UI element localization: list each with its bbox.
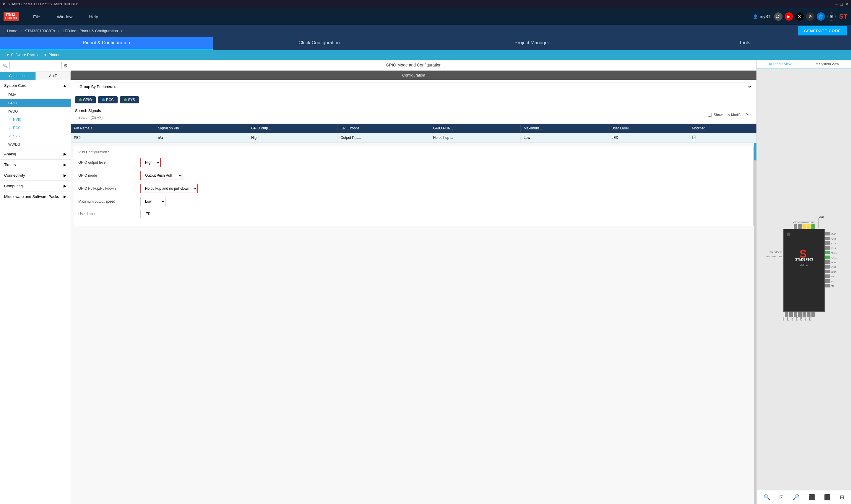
menu-file[interactable]: File	[25, 8, 49, 25]
zoom-in-icon[interactable]: 🔍	[762, 493, 771, 502]
tab-az[interactable]: A->Z	[35, 72, 71, 80]
check-icon-sys: ✓	[8, 134, 11, 138]
gear-icon[interactable]: ⚙	[64, 63, 68, 69]
minimize-button[interactable]: ─	[835, 2, 838, 6]
chip-toolbar: 🔍 ⊡ 🔎 ⬛ ⬛ ⊟	[757, 490, 851, 504]
filter-rcc-label: RCC	[106, 98, 114, 102]
tab-project-manager[interactable]: Project Manager	[426, 37, 638, 50]
my-st-button[interactable]: 👤 myST	[753, 14, 771, 19]
chevron-down-icon: ▼	[6, 53, 10, 57]
generate-code-button[interactable]: GENERATE CODE	[798, 26, 847, 35]
breadcrumb-mcu[interactable]: STM32F103C8Tx	[22, 29, 58, 33]
breadcrumb-home[interactable]: Home	[4, 29, 20, 33]
config-select-wrapper-4: Low Medium High	[140, 197, 749, 206]
tab-pinout-view[interactable]: ⊞ Pinout view	[757, 60, 804, 69]
filter-sys-label: SYS	[128, 98, 135, 102]
chevron-down-icon-2: ▼	[43, 53, 47, 57]
config-label-max-speed: Maximum output speed	[78, 199, 138, 203]
section-analog-header[interactable]: Analog ▶	[0, 149, 71, 159]
tab-clock-config[interactable]: Clock Configuration	[213, 37, 426, 50]
filter-tab-sys[interactable]: SYS	[120, 96, 139, 103]
rcc-dot	[102, 98, 105, 101]
section-middleware-header[interactable]: Middleware and Software Packs ▶	[0, 192, 71, 202]
scrollbar-thumb[interactable]	[754, 143, 757, 160]
chip-logo-text: S	[800, 248, 807, 260]
config-row-user-label: User Label	[78, 210, 749, 218]
pin-vdda	[825, 270, 830, 273]
label-vssa: VSSA	[831, 266, 836, 268]
th-user-label: User Label	[609, 124, 689, 133]
section-system-core-header[interactable]: System Core ▲	[0, 80, 71, 91]
group-by-select[interactable]: Group By Peripherals	[75, 82, 752, 91]
th-signal: Signal on Pin	[155, 124, 248, 133]
menu-help[interactable]: Help	[81, 8, 107, 25]
filter-tab-rcc[interactable]: RCC	[98, 96, 117, 103]
sidebar-item-sys[interactable]: ✓ SYS	[0, 132, 71, 140]
social-github-icon[interactable]: ⊛	[806, 13, 814, 21]
fit-icon[interactable]: ⊡	[778, 493, 785, 502]
tab-tools[interactable]: Tools	[638, 37, 851, 50]
show-modified-checkbox[interactable]: Show only Modified Pins	[708, 113, 752, 117]
breadcrumb-config[interactable]: LED.ioc - Pinout & Configuration	[60, 29, 121, 33]
pin-pd0	[825, 251, 830, 254]
title-bar-controls[interactable]: ─ □ ✕	[835, 2, 849, 6]
section-computing-header[interactable]: Computing ▶	[0, 181, 71, 191]
pin-pb1	[811, 312, 815, 317]
breadcrumb: Home › STM32F103C8Tx › LED.ioc - Pinout …	[4, 28, 122, 33]
scrollbar[interactable]	[754, 143, 757, 504]
config-row-output-level: GPIO output level High Low	[78, 158, 749, 167]
social-stm-icon[interactable]: 10°	[774, 13, 782, 21]
chevron-right-icon-timers: ▶	[64, 162, 67, 167]
social-x-icon[interactable]: ✕	[795, 13, 804, 21]
app-logo: STM32 CubeMX	[3, 12, 19, 21]
gpio-pullup-select[interactable]: No pull-up and no pull-down Pull-up Pull…	[140, 184, 198, 193]
modified-checkbox[interactable]	[708, 113, 712, 117]
social-youtube-icon[interactable]: ▶	[785, 13, 793, 21]
user-label-input[interactable]	[140, 210, 749, 218]
section-connectivity-header[interactable]: Connectivity ▶	[0, 170, 71, 180]
sub-tab-software-packs[interactable]: ▼ Software Packs	[6, 53, 38, 57]
panel-icon[interactable]: ⊟	[838, 493, 845, 502]
tab-system-view[interactable]: ≡ System view	[804, 60, 851, 69]
section-middleware: Middleware and Software Packs ▶	[0, 192, 71, 202]
search-input[interactable]	[10, 62, 62, 69]
menu-right: 👤 myST 10° ▶ ✕ ⊛ 🌐 ✳ ST	[753, 13, 848, 21]
right-panel: ⊞ Pinout view ≡ System view LED	[757, 60, 851, 504]
sidebar-item-dma[interactable]: DMA	[0, 91, 71, 99]
section-timers-header[interactable]: Timers ▶	[0, 160, 71, 170]
signal-search-input[interactable]	[75, 114, 122, 121]
pin-vbat	[825, 232, 830, 235]
export-icon[interactable]: ⬛	[807, 493, 816, 502]
close-button[interactable]: ✕	[845, 2, 849, 6]
modified-checkmark: ☑	[692, 135, 696, 140]
gpio-output-level-select[interactable]: High Low	[140, 158, 161, 167]
tab-categories[interactable]: Categories	[0, 72, 35, 80]
maximize-button[interactable]: □	[840, 2, 843, 6]
gpio-max-speed-select[interactable]: Low Medium High	[140, 197, 166, 206]
sidebar-item-wwdg[interactable]: WWDG	[0, 140, 71, 149]
social-asterisk-icon[interactable]: ✳	[827, 13, 836, 21]
sidebar-item-gpio[interactable]: GPIO	[0, 99, 71, 107]
label-pb0-v: PB0	[804, 317, 807, 320]
menu-window[interactable]: Window	[49, 8, 81, 25]
sidebar-item-iwdg[interactable]: IWDG	[0, 107, 71, 115]
table-row[interactable]: PB9 n/a High Output Pus... No pull-up ..…	[71, 133, 757, 143]
social-icons: 10° ▶ ✕ ⊛ 🌐 ✳ ST	[774, 13, 848, 21]
pin-vdd	[794, 223, 797, 229]
layout-icon[interactable]: ⬛	[823, 493, 832, 502]
sub-tab-pinout-label: Pinout	[49, 53, 59, 57]
cell-pin-name: PB9	[71, 133, 155, 143]
label-rcc-osc-out: RCC_OSC_OUT	[766, 255, 782, 258]
breadcrumb-arrow-3: ›	[121, 28, 122, 33]
tab-pinout-config[interactable]: Pinout & Configuration	[0, 37, 213, 50]
category-tabs: Categories A->Z	[0, 72, 71, 80]
sidebar-item-rcc[interactable]: ✓ RCC	[0, 124, 71, 132]
zoom-out-icon[interactable]: 🔎	[792, 493, 800, 502]
chevron-right-icon: ▶	[64, 152, 67, 156]
filter-tab-gpio[interactable]: GPIO	[75, 96, 96, 103]
gpio-mode-select[interactable]: Output Push Pull Output Open Drain	[140, 171, 183, 180]
sub-tab-pinout[interactable]: ▼ Pinout	[43, 53, 59, 57]
social-globe-icon[interactable]: 🌐	[817, 13, 825, 21]
sidebar-item-nvic[interactable]: ✓ NVIC	[0, 115, 71, 124]
th-modified: Modified	[689, 124, 757, 133]
